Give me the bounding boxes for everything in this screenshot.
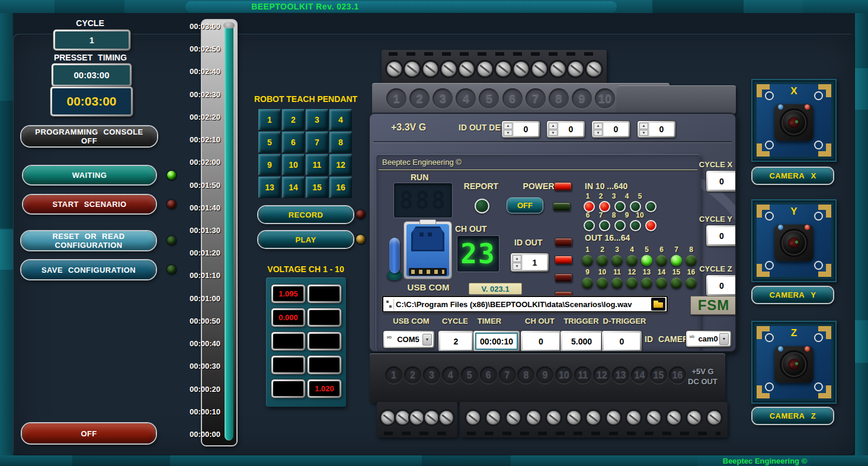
terminal-number: 8 [517,366,534,384]
pendant-key[interactable]: 4 [329,109,352,130]
camera-pcb: X [757,84,831,157]
pendant-key[interactable]: 13 [258,177,281,198]
browse-folder-button[interactable] [651,298,665,311]
voltage-display [308,285,341,303]
pendant-key[interactable]: 16 [329,177,352,198]
toggle-lever[interactable] [389,238,400,273]
camera-lens-mount [774,225,813,261]
camera-z-button[interactable]: CAMERA Z [752,408,833,424]
spin-down-icon[interactable] [594,130,603,136]
pendant-key[interactable]: 6 [282,132,305,153]
spinner-arrows[interactable] [513,255,521,270]
scenario-path-input[interactable]: C:\C:\Program Files (x86)\BEEPTOOLKIT\da… [382,296,668,312]
version-tab: V. 023.1 [469,283,522,295]
out-numbers-row1: 12345678 [580,245,699,254]
spinner-arrows[interactable] [504,123,513,136]
spin-up-icon[interactable] [594,123,603,129]
pendant-key[interactable]: 2 [282,109,305,130]
voltage-display: 1.095 [271,285,305,303]
countdown-value: 00:03:00 [66,94,116,108]
preset-timing-input[interactable]: 00:03:00 [52,63,132,87]
waiting-button[interactable]: WAITING [23,166,156,184]
fsm-label: FSM [698,297,730,314]
reset-read-config-button[interactable]: RESET OR READ CONFIGURATION [21,231,156,250]
terminal-number: 13 [612,366,629,384]
pendant-key[interactable]: 7 [306,132,328,153]
play-button[interactable]: PLAY [258,231,353,248]
pendant-key[interactable]: 5 [258,132,281,153]
spinner-arrows[interactable] [639,123,648,136]
camera-y-button[interactable]: CAMERA Y [752,287,833,303]
out-led [611,277,623,289]
timeline-tick: 00:01:50 [190,181,233,190]
pendant-key[interactable]: 15 [306,177,328,198]
spin-down-icon[interactable] [513,263,521,270]
timer-field[interactable]: 00:00:10 [473,331,520,352]
power-toggle-switch[interactable] [387,238,402,280]
camera-x-button[interactable]: CAMERA X [752,168,833,184]
pendant-key[interactable]: 12 [329,154,352,175]
usb-com-select[interactable]: COM5 [383,331,434,348]
pendant-key[interactable]: 3 [306,109,328,130]
report-led [475,199,489,213]
voltage-column-b: 1.020 [308,285,341,407]
screw-terminal [587,411,600,424]
power-off-button[interactable]: OFF [507,197,543,213]
camera-pcb: Z [757,326,831,398]
save-config-button[interactable]: SAVE CONFIGURATION [21,260,156,279]
pendant-key[interactable]: 9 [258,154,281,175]
out-led-number: 14 [654,268,669,276]
id-out-leds [555,238,572,300]
ch-out-field[interactable]: 0 [521,331,561,352]
spin-down-icon[interactable] [549,130,558,136]
timeline-tick: 00:02:20 [190,113,233,122]
pendant-key[interactable]: 1 [258,109,281,130]
out-led-number: 12 [624,268,639,276]
start-scenario-button[interactable]: START SCENARIO [23,195,156,213]
chevron-down-icon[interactable] [719,333,729,345]
pendant-key[interactable]: 8 [329,132,352,153]
pendant-key[interactable]: 10 [282,154,305,175]
screw-terminal [478,62,492,76]
spin-up-icon[interactable] [504,123,513,129]
pendant-key[interactable]: 14 [282,177,305,198]
app-title: BEEPTOOLKIT Rev. 023.1 [178,2,433,11]
voltage-display: 0.000 [271,308,305,327]
camera-y-board: Y [751,199,837,282]
terminal-number: 14 [631,366,648,384]
id-out-device-spinner-1[interactable]: 0 [502,121,540,138]
programming-console-button[interactable]: PROGRAMMING CONSOLE OFF [21,126,157,146]
cycle-field[interactable]: 2 [438,331,473,352]
pendant-key[interactable]: 11 [306,154,328,175]
trigger-field-value: 5.000 [571,337,592,346]
spinner-arrows[interactable] [594,123,603,136]
spin-up-icon[interactable] [549,123,558,129]
path-icon [385,299,394,309]
off-button[interactable]: OFF [22,423,156,443]
record-button[interactable]: RECORD [258,206,353,223]
spin-up-icon[interactable] [639,123,648,129]
spin-up-icon[interactable] [513,255,521,262]
id-out-spinner[interactable]: 1 [511,253,549,272]
terminal-number: 4 [456,88,476,108]
report-label: REPORT [459,181,503,191]
in-led-number: 2 [594,192,607,200]
id-out-device-spinner-4[interactable]: 0 [638,121,675,138]
screw-terminal [387,62,402,76]
chevron-down-icon[interactable] [422,334,432,346]
timeline-tick: 00:02:30 [190,90,233,99]
voltage-display [308,332,341,350]
spin-down-icon[interactable] [504,130,513,136]
cycle-field-label: CYCLE [440,317,470,325]
screw-terminal [440,411,453,424]
spinner-arrows[interactable] [549,123,558,136]
id-camera-select[interactable]: cam0 [686,331,731,347]
screw-terminal [532,62,547,76]
id-out-device-spinner-2[interactable]: 0 [547,121,585,138]
d-trigger-field[interactable]: 0 [602,331,642,352]
spin-down-icon[interactable] [639,130,648,136]
out-led-number: 15 [669,268,684,276]
id-out-device-spinner-3[interactable]: 0 [592,121,630,138]
out-leds-label: OUT 16...64 [585,233,630,242]
trigger-field[interactable]: 5.000 [560,331,603,352]
